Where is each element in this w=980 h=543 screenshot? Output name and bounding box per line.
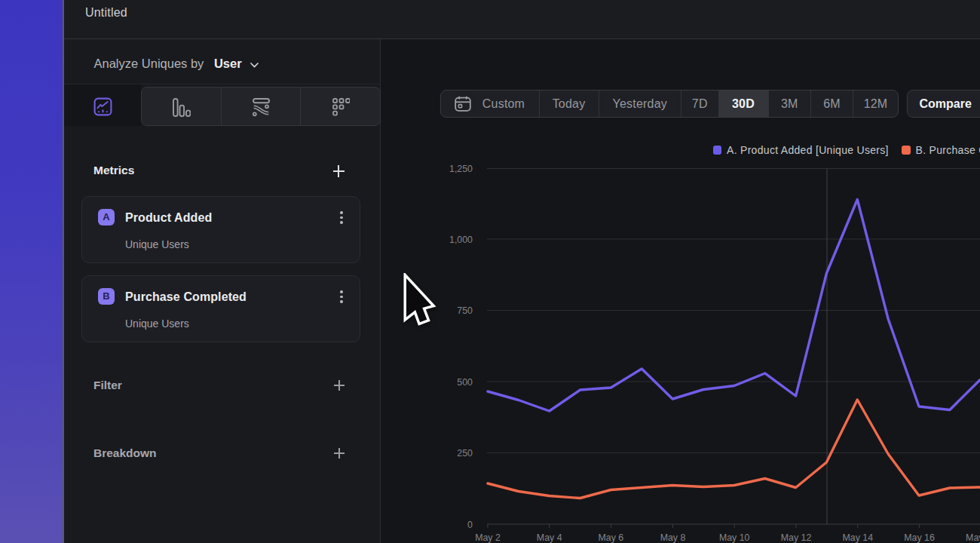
svg-text:May 10: May 10 (719, 532, 750, 543)
svg-text:250: 250 (457, 448, 473, 459)
svg-text:May 16: May 16 (904, 532, 935, 543)
svg-text:May 6: May 6 (599, 532, 624, 543)
svg-text:May 8: May 8 (660, 532, 686, 543)
svg-text:500: 500 (457, 377, 473, 388)
svg-text:1,000: 1,000 (449, 235, 473, 245)
svg-text:May 14: May 14 (842, 532, 873, 543)
svg-text:May 12: May 12 (781, 532, 812, 543)
svg-text:May 4: May 4 (537, 532, 562, 543)
svg-text:0: 0 (467, 520, 473, 530)
svg-text:May 2: May 2 (475, 532, 501, 543)
svg-text:750: 750 (457, 305, 473, 316)
svg-text:May 18: May 18 (966, 532, 980, 543)
svg-text:1,250: 1,250 (449, 164, 473, 174)
